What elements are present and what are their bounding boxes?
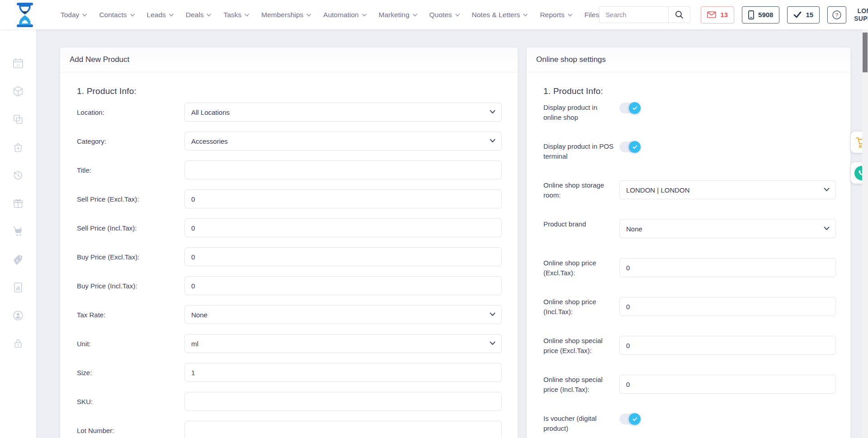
- category-row: Category:Accessories: [77, 132, 502, 151]
- online-shop-storage-room-select[interactable]: LONDON | LONDON: [619, 180, 836, 199]
- sidebar-item-history[interactable]: [12, 170, 24, 181]
- online-shop-price-incl-tax-row: Online shop price (Incl.Tax):: [543, 297, 836, 317]
- buy-price-excl-tax-label: Buy Price (Excl.Tax):: [77, 253, 184, 261]
- history-icon: [12, 170, 24, 181]
- product-brand-select[interactable]: None: [619, 219, 836, 238]
- display-product-online-shop-toggle[interactable]: [619, 103, 640, 113]
- sidebar-item-shopping-bag[interactable]: [12, 141, 24, 153]
- online-shop-settings-card: Online shop settings 1. Product Info: Di…: [527, 47, 850, 438]
- chevron-down-icon: [130, 14, 135, 17]
- sell-price-excl-tax-input[interactable]: [184, 189, 502, 208]
- topbar-right: 13 5908 15 ? LONDON SUPPORT: [599, 5, 868, 24]
- user-name: LONDON SUPPORT: [854, 7, 868, 23]
- sell-price-excl-tax-label: Sell Price (Excl.Tax):: [77, 195, 184, 203]
- sell-price-incl-tax-label: Sell Price (Incl.Tax):: [77, 224, 184, 232]
- question-mark-icon: ?: [832, 10, 842, 20]
- title-input[interactable]: [184, 160, 502, 179]
- online-shop-price-excl-tax-input[interactable]: [619, 258, 836, 277]
- sku-input[interactable]: [184, 392, 502, 411]
- sidebar: 12$: [0, 29, 36, 438]
- tax-rate-select[interactable]: None: [184, 305, 502, 324]
- location-select[interactable]: All Locations: [184, 103, 502, 122]
- nav-item-contacts[interactable]: Contacts: [99, 11, 134, 19]
- display-product-online-shop-label: Display product in online shop: [543, 103, 619, 122]
- sidebar-item-calendar[interactable]: 12: [12, 57, 24, 69]
- online-shop-special-price-incl-tax-input[interactable]: [619, 375, 836, 394]
- app-logo[interactable]: [14, 3, 35, 27]
- nav-item-today[interactable]: Today: [61, 11, 87, 19]
- online-shop-price-excl-tax-label: Online shop price (Excl.Tax):: [543, 258, 619, 278]
- mobile-phone-icon: [748, 10, 754, 19]
- nav-item-tasks[interactable]: Tasks: [223, 11, 249, 19]
- online-shop-special-price-excl-tax-input[interactable]: [619, 336, 836, 355]
- nav-item-automation[interactable]: Automation: [323, 11, 366, 19]
- mail-count: 13: [720, 11, 728, 19]
- nav-item-deals[interactable]: Deals: [186, 11, 212, 19]
- nav-item-quotes[interactable]: Quotes: [429, 11, 460, 19]
- online-shop-price-excl-tax-control: [619, 258, 836, 277]
- calendar-icon: 12: [12, 57, 24, 69]
- chevron-down-icon: [490, 312, 495, 316]
- mail-notifications-button[interactable]: 13: [701, 6, 734, 24]
- tasks-count: 15: [806, 11, 813, 19]
- nav-item-files[interactable]: Files: [585, 11, 599, 19]
- lot-number-label: Lot Number:: [77, 427, 184, 434]
- nav-item-memberships[interactable]: Memberships: [261, 11, 311, 19]
- lot-number-input[interactable]: [184, 421, 502, 438]
- buy-price-incl-tax-input[interactable]: [184, 276, 502, 295]
- add-new-product-title: Add New Product: [60, 47, 518, 72]
- main-nav: TodayContactsLeadsDealsTasksMembershipsA…: [61, 11, 599, 19]
- sidebar-item-lock[interactable]: [12, 338, 24, 349]
- scrollbar-thumb[interactable]: [863, 33, 868, 72]
- chevron-down-icon: [490, 139, 495, 143]
- shopping-bag-icon: [12, 141, 24, 153]
- nav-item-marketing[interactable]: Marketing: [379, 11, 417, 19]
- size-input[interactable]: [184, 363, 502, 382]
- nav-item-leads[interactable]: Leads: [147, 11, 174, 19]
- check-icon: [632, 417, 637, 421]
- buy-price-excl-tax-input[interactable]: [184, 247, 502, 266]
- sku-label: SKU:: [77, 398, 184, 405]
- tax-rate-select-value: None: [191, 311, 208, 319]
- chevron-down-icon: [82, 14, 87, 17]
- sidebar-item-reports[interactable]: [12, 282, 24, 293]
- sidebar-item-cart[interactable]: [12, 226, 24, 237]
- nav-item-label: Today: [61, 11, 79, 19]
- search-button[interactable]: [668, 7, 690, 23]
- chevron-down-icon: [523, 14, 528, 17]
- sku-control: [184, 392, 502, 411]
- size-row: Size:: [77, 363, 502, 382]
- online-shop-price-incl-tax-input[interactable]: [619, 297, 836, 316]
- toggle-knob: [629, 141, 641, 153]
- nav-item-reports[interactable]: Reports: [540, 11, 572, 19]
- is-voucher-digital-product-toggle[interactable]: [619, 414, 640, 424]
- help-button[interactable]: ?: [827, 6, 846, 24]
- sell-price-incl-tax-input[interactable]: [184, 218, 502, 237]
- scrollbar-track[interactable]: [862, 29, 868, 438]
- tasks-done-button[interactable]: 15: [787, 6, 820, 24]
- chevron-down-icon: [245, 14, 249, 17]
- tax-rate-row: Tax Rate:None: [77, 305, 502, 324]
- is-voucher-digital-product-row: Is voucher (digital product): [543, 414, 836, 433]
- online-shop-special-price-incl-tax-row: Online shop special price (Incl.Tax):: [543, 375, 836, 395]
- nav-item-label: Quotes: [429, 11, 452, 19]
- calls-button[interactable]: 5908: [742, 6, 779, 24]
- display-product-pos-terminal-toggle[interactable]: [619, 141, 640, 152]
- location-control: All Locations: [184, 103, 502, 122]
- unit-select[interactable]: ml: [184, 334, 502, 353]
- search-icon: [675, 10, 684, 19]
- sidebar-item-account[interactable]: [12, 310, 24, 321]
- search-input[interactable]: [599, 7, 668, 23]
- toggle-knob: [629, 102, 641, 114]
- sidebar-item-duplicate[interactable]: [12, 113, 24, 125]
- nav-item-notes-letters[interactable]: Notes & Letters: [472, 11, 528, 19]
- chevron-down-icon: [207, 14, 211, 17]
- sidebar-item-gift[interactable]: [12, 198, 24, 209]
- is-voucher-digital-product-label: Is voucher (digital product): [543, 414, 619, 433]
- category-select[interactable]: Accessories: [184, 132, 502, 151]
- cart-icon: [12, 226, 24, 237]
- sidebar-item-products-cube[interactable]: [12, 85, 24, 97]
- size-control: [184, 363, 502, 382]
- sidebar-item-price-tag[interactable]: $: [12, 254, 24, 265]
- chevron-down-icon: [824, 226, 830, 231]
